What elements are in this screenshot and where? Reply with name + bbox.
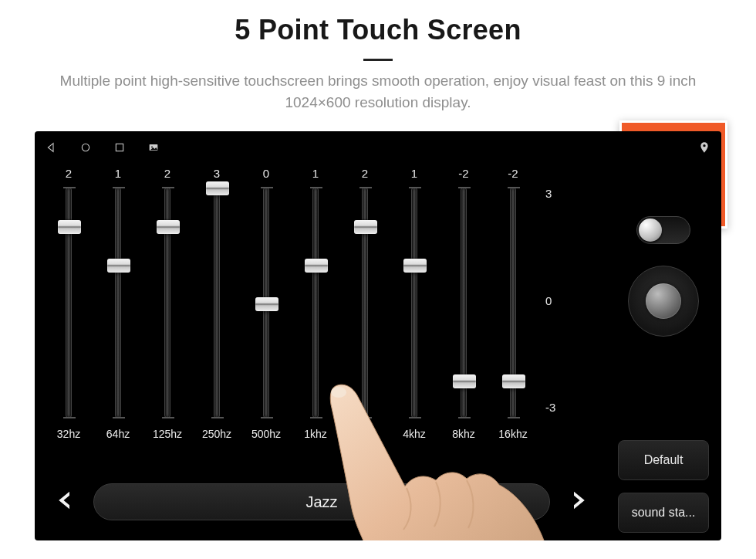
toggle-knob-icon	[639, 219, 662, 242]
chevron-left-icon	[54, 489, 77, 515]
eq-band-value: -2	[508, 165, 518, 182]
eq-slider-knob[interactable]	[157, 220, 180, 234]
eq-band-64hz: 164hz	[93, 165, 143, 452]
sound-stage-button[interactable]: sound sta...	[618, 493, 709, 533]
eq-band-freq: 250hz	[202, 428, 231, 440]
eq-band-16khz: -216khz	[488, 165, 538, 452]
svg-point-3	[151, 146, 153, 147]
equalizer-panel: 232hz164hz2125hz3250hz0500hz11khz22khz14…	[41, 165, 602, 534]
eq-slider[interactable]	[263, 187, 269, 418]
eq-slider[interactable]	[214, 187, 220, 418]
eq-band-8khz: -28khz	[439, 165, 488, 452]
recent-apps-icon[interactable]	[113, 141, 126, 154]
eq-slider[interactable]	[461, 187, 467, 418]
preset-name[interactable]: Jazz	[93, 483, 550, 520]
equalizer-sliders-row: 232hz164hz2125hz3250hz0500hz11khz22khz14…	[41, 165, 602, 452]
title-underline	[363, 59, 393, 61]
eq-scale: 3 0 -3	[538, 165, 569, 418]
volume-dial[interactable]	[628, 266, 699, 337]
eq-band-4khz: 14khz	[390, 165, 439, 452]
eq-band-250hz: 3250hz	[192, 165, 241, 452]
scale-min: -3	[538, 401, 569, 414]
eq-band-value: -2	[458, 165, 468, 182]
page-title: 5 Point Touch Screen	[0, 14, 756, 46]
eq-band-value: 2	[66, 165, 72, 182]
page: 5 Point Touch Screen Multiple point high…	[0, 14, 756, 559]
home-icon[interactable]	[79, 141, 92, 154]
eq-slider-knob[interactable]	[58, 220, 81, 234]
eq-band-freq: 4khz	[403, 428, 426, 440]
eq-slider[interactable]	[411, 187, 417, 418]
eq-side-panel: Default sound sta...	[610, 165, 717, 533]
nav-left-group	[46, 141, 160, 154]
eq-band-value: 1	[411, 165, 417, 182]
eq-slider[interactable]	[510, 187, 516, 418]
eq-band-freq: 32hz	[57, 428, 80, 440]
preset-next-button[interactable]	[559, 482, 596, 522]
dial-knob-icon	[646, 283, 681, 319]
svg-rect-1	[116, 144, 123, 151]
eq-slider-knob[interactable]	[502, 374, 525, 388]
eq-slider-knob[interactable]	[305, 259, 328, 273]
eq-slider[interactable]	[312, 187, 319, 418]
preset-bar: Jazz	[47, 480, 596, 523]
eq-band-freq: 8khz	[452, 428, 475, 440]
eq-slider-knob[interactable]	[107, 259, 130, 273]
eq-band-freq: 125hz	[153, 428, 182, 440]
eq-band-value: 1	[312, 165, 319, 182]
gallery-icon[interactable]	[147, 141, 160, 154]
eq-band-freq: 64hz	[106, 428, 130, 440]
eq-slider-knob[interactable]	[403, 259, 427, 273]
eq-band-32hz: 232hz	[44, 165, 93, 452]
system-nav-bar	[35, 131, 721, 164]
eq-band-value: 2	[164, 165, 170, 182]
eq-slider-knob[interactable]	[206, 181, 229, 195]
eq-band-2khz: 22khz	[340, 165, 390, 452]
eq-band-value: 3	[214, 165, 220, 182]
back-icon[interactable]	[46, 141, 58, 154]
eq-band-freq: 500hz	[251, 428, 281, 440]
eq-slider[interactable]	[66, 187, 72, 418]
eq-slider[interactable]	[362, 187, 368, 418]
eq-band-125hz: 2125hz	[143, 165, 192, 452]
eq-slider-knob[interactable]	[453, 374, 476, 388]
eq-band-freq: 1khz	[304, 428, 327, 440]
device-screen: 232hz164hz2125hz3250hz0500hz11khz22khz14…	[35, 131, 721, 540]
preset-prev-button[interactable]	[47, 482, 84, 522]
device-frame: Screen Size 9" 232	[35, 131, 721, 540]
eq-slider[interactable]	[164, 187, 170, 418]
eq-enable-toggle[interactable]	[636, 216, 690, 244]
eq-slider[interactable]	[115, 187, 121, 418]
eq-slider-knob[interactable]	[255, 297, 278, 311]
eq-band-1khz: 11khz	[291, 165, 340, 452]
eq-band-freq: 2khz	[353, 428, 376, 440]
eq-band-500hz: 0500hz	[241, 165, 291, 452]
default-preset-button[interactable]: Default	[618, 440, 709, 480]
page-subtitle: Multiple point high-sensitive touchscree…	[31, 70, 725, 113]
eq-band-value: 2	[362, 165, 368, 182]
scale-max: 3	[538, 187, 569, 200]
scale-mid: 0	[538, 294, 569, 307]
eq-band-freq: 16khz	[498, 428, 527, 440]
location-pin-icon[interactable]	[698, 141, 710, 154]
nav-right-group	[698, 141, 710, 154]
eq-band-value: 0	[263, 165, 269, 182]
svg-point-0	[82, 144, 89, 151]
eq-band-value: 1	[115, 165, 121, 182]
eq-slider-knob[interactable]	[354, 220, 377, 234]
chevron-right-icon	[566, 489, 589, 515]
